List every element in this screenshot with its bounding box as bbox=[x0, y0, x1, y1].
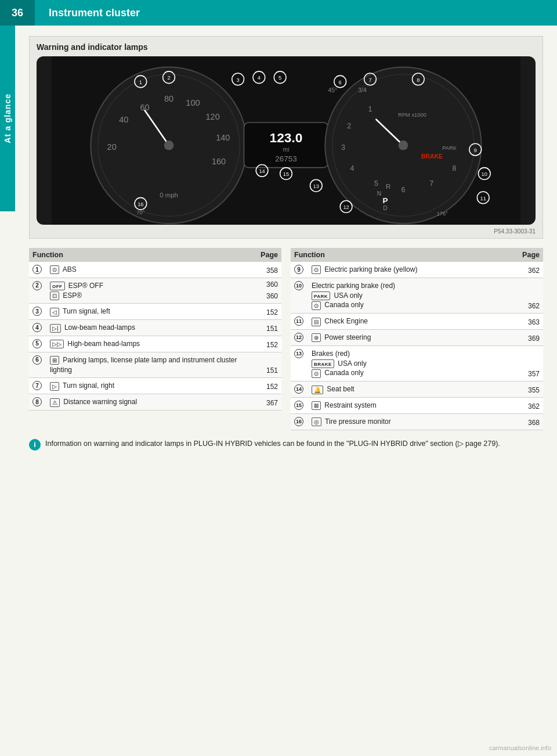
svg-text:40: 40 bbox=[119, 115, 128, 124]
cluster-image: 40 20 60 80 100 120 140 160 0 mph 123.0 … bbox=[37, 56, 536, 225]
svg-text:mi: mi bbox=[283, 146, 290, 153]
main-content: Warning and indicator lamps 40 20 60 80 … bbox=[15, 26, 557, 465]
info-note: i Information on warning and indicator l… bbox=[29, 438, 543, 451]
table-row: 7 ▷ Turn signal, right 152 bbox=[29, 378, 281, 394]
svg-text:160: 160 bbox=[212, 157, 226, 166]
svg-text:4: 4 bbox=[258, 75, 261, 81]
svg-text:BRAKE: BRAKE bbox=[421, 153, 443, 160]
section-box: Warning and indicator lamps 40 20 60 80 … bbox=[29, 36, 543, 239]
svg-text:176°: 176° bbox=[437, 211, 449, 217]
left-col-function: Function bbox=[29, 248, 257, 262]
table-row: 3 ◁ Turn signal, left 152 bbox=[29, 304, 281, 320]
table-row: 10 Electric parking brake (red) PARK USA… bbox=[291, 278, 543, 313]
svg-text:PARK: PARK bbox=[442, 145, 457, 151]
svg-text:3/4: 3/4 bbox=[358, 87, 367, 93]
svg-text:5: 5 bbox=[278, 75, 281, 81]
svg-text:2: 2 bbox=[167, 75, 170, 81]
svg-text:10: 10 bbox=[482, 171, 487, 177]
svg-text:6: 6 bbox=[402, 186, 406, 194]
svg-text:D: D bbox=[383, 205, 387, 211]
svg-text:14: 14 bbox=[259, 168, 265, 174]
table-row: 15 ⊠ Restraint system 362 bbox=[291, 397, 543, 413]
svg-text:100: 100 bbox=[186, 98, 200, 107]
svg-text:1: 1 bbox=[139, 80, 142, 85]
svg-text:12: 12 bbox=[343, 204, 349, 210]
table-row: 12 ⊛ Power steering 369 bbox=[291, 329, 543, 345]
svg-point-30 bbox=[399, 141, 408, 150]
section-title: Warning and indicator lamps bbox=[37, 42, 536, 52]
svg-text:P: P bbox=[382, 196, 388, 205]
svg-text:80: 80 bbox=[164, 94, 173, 103]
svg-text:123.0: 123.0 bbox=[270, 130, 303, 145]
svg-text:9: 9 bbox=[474, 147, 477, 153]
table-row: 16 ◎ Tire pressure monitor 368 bbox=[291, 413, 543, 430]
table-row: 6 ⊞ Parking lamps, license plate lamp an… bbox=[29, 352, 281, 378]
svg-text:45°: 45° bbox=[328, 87, 338, 93]
table-row: 5 ▷▷ High-beam head-lamps 152 bbox=[29, 336, 281, 352]
svg-text:5: 5 bbox=[374, 179, 378, 188]
svg-text:7: 7 bbox=[368, 77, 371, 83]
table-row: 9 ⊙ Electric parking brake (yellow) 362 bbox=[291, 262, 543, 278]
svg-text:N: N bbox=[377, 190, 381, 197]
header-title: Instrument cluster bbox=[49, 7, 140, 19]
svg-text:140: 140 bbox=[216, 133, 230, 142]
svg-text:0 mph: 0 mph bbox=[160, 192, 178, 199]
svg-text:RPM x1000: RPM x1000 bbox=[398, 112, 426, 118]
table-row: 8 ⚠ Distance warning signal 367 bbox=[29, 394, 281, 411]
image-caption: P54.33-3003-31 bbox=[37, 228, 536, 238]
svg-point-12 bbox=[164, 141, 174, 150]
sidebar-label: At a glance bbox=[0, 26, 15, 211]
left-col-page: Page bbox=[257, 248, 281, 262]
svg-text:1: 1 bbox=[368, 105, 372, 113]
svg-text:6: 6 bbox=[339, 80, 342, 85]
right-col-function: Function bbox=[291, 248, 519, 262]
svg-text:3: 3 bbox=[237, 77, 240, 83]
svg-text:2: 2 bbox=[347, 122, 351, 130]
right-table: Function Page 9 ⊙ Electric parking brake… bbox=[291, 248, 543, 430]
table-row: 11 ⊟ Check Engine 363 bbox=[291, 314, 543, 330]
page-number: 36 bbox=[0, 0, 35, 26]
svg-text:16: 16 bbox=[138, 201, 143, 207]
info-note-text: Information on warning and indicator lam… bbox=[45, 438, 500, 449]
left-table: Function Page 1 ⊙ ABS 358 2 OFF ESP® OFF bbox=[29, 248, 281, 430]
svg-text:70°: 70° bbox=[136, 210, 144, 215]
svg-text:R: R bbox=[386, 183, 390, 190]
svg-text:20: 20 bbox=[107, 142, 117, 152]
svg-text:8: 8 bbox=[417, 77, 419, 83]
table-row: 14 🔔 Seat belt 355 bbox=[291, 381, 543, 398]
table-row: 1 ⊙ ABS 358 bbox=[29, 262, 281, 278]
table-row: 4 ▷| Low-beam head-lamps 151 bbox=[29, 320, 281, 336]
tables-row: Function Page 1 ⊙ ABS 358 2 OFF ESP® OFF bbox=[29, 248, 543, 430]
svg-text:11: 11 bbox=[480, 196, 486, 201]
svg-text:7: 7 bbox=[429, 179, 433, 188]
header-bar: 36 Instrument cluster bbox=[0, 0, 557, 26]
svg-text:4: 4 bbox=[350, 164, 354, 172]
svg-text:26753: 26753 bbox=[275, 154, 296, 163]
table-row: 2 OFF ESP® OFF ⊡ ESP® 360360 bbox=[29, 278, 281, 304]
svg-text:13: 13 bbox=[313, 183, 319, 189]
watermark: carmanualsonline.info bbox=[489, 744, 551, 751]
svg-text:120: 120 bbox=[206, 112, 220, 121]
right-col-page: Page bbox=[519, 248, 543, 262]
table-row: 13 Brakes (red) BRAKE USA only ⊙ Canada … bbox=[291, 345, 543, 381]
info-icon: i bbox=[29, 439, 41, 451]
svg-text:8: 8 bbox=[453, 164, 457, 172]
svg-text:15: 15 bbox=[283, 171, 289, 177]
svg-text:3: 3 bbox=[341, 143, 345, 152]
